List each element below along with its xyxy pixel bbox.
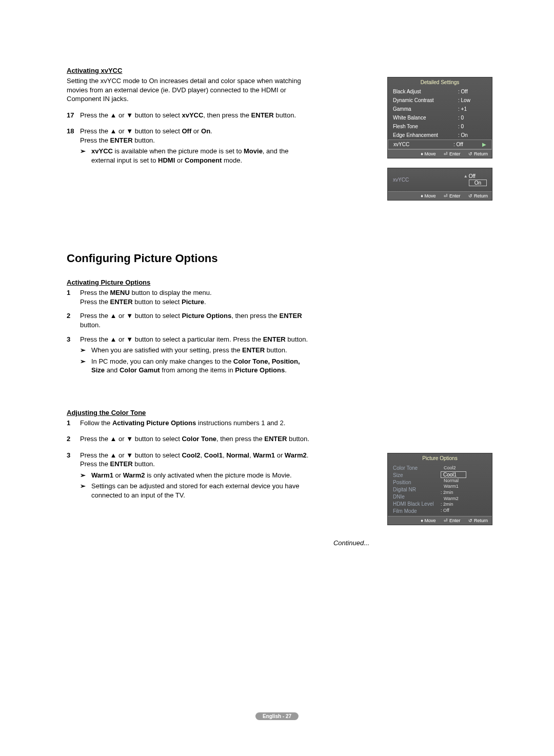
txt: button to display the menu. — [130, 289, 212, 296]
step-text: Press the ▲ or ▼ button to select Off or… — [80, 127, 313, 165]
intro-paragraph: Setting the xvYCC mode to On increases d… — [67, 76, 313, 104]
bold: MENU — [110, 289, 130, 296]
osd-value: : 0 — [458, 115, 487, 121]
txt: Follow the — [80, 419, 112, 427]
osd-value: : On — [458, 132, 487, 138]
note-row: ➢ In PC mode, you can only make changes … — [80, 357, 313, 375]
step-text: Press the ▲ or ▼ button to select Color … — [80, 434, 313, 444]
txt: or — [191, 127, 201, 135]
bold: Cool1 — [204, 451, 223, 459]
section-title: Adjusting the Color Tone — [67, 409, 146, 416]
bold: Component — [185, 156, 222, 164]
osd-column: Detailed Settings Black Adjust: Off Dyna… — [387, 77, 492, 201]
step-text: Press the ▲ or ▼ button to select Cool2,… — [80, 451, 313, 500]
osd-row: Gamma: +1 — [388, 105, 492, 113]
txt: from among the items in — [160, 366, 235, 374]
chevron-icon: ➢ — [80, 471, 91, 480]
txt: . — [307, 451, 309, 459]
section-activating-xvycc: Activating xvYCC Setting the xvYCC mode … — [67, 67, 313, 165]
txt: is available when the picture mode is se… — [113, 147, 244, 155]
note-text: In PC mode, you can only make changes to… — [91, 357, 313, 375]
osd-row: White Balance: 0 — [388, 113, 492, 122]
txt: Move — [424, 151, 436, 156]
osd-value: : Off — [453, 142, 482, 147]
txt: Enter — [449, 151, 461, 156]
note-text: Settings can be adjusted and stored for … — [91, 482, 313, 500]
osd-label: Dynamic Contrast — [393, 97, 458, 103]
txt: button. — [133, 460, 155, 468]
txt: button. — [265, 346, 287, 354]
txt: Press the ▲ or ▼ button to select — [80, 435, 182, 443]
step-2: 2 Press the ▲ or ▼ button to select Colo… — [67, 434, 313, 444]
heading-configuring-picture-options: Configuring Picture Options — [67, 252, 313, 265]
bold: Picture Options — [235, 366, 285, 374]
osd-body: xvYCC ▲Off ▼On — [388, 168, 492, 191]
bold: Activating Picture Options — [112, 419, 196, 427]
osd-label: DNIe — [393, 494, 441, 500]
osd-label: HDMI Black Level — [393, 501, 441, 507]
txt: button. — [274, 111, 296, 119]
note-text: When you are satisfied with your setting… — [91, 346, 313, 355]
note-text: Warm1 or Warm2 is only activated when th… — [91, 471, 313, 480]
txt: Press the ▲ or ▼ button to select — [80, 312, 182, 320]
step-text: Press the MENU button to display the men… — [80, 288, 313, 306]
note-row: ➢ Settings can be adjusted and stored fo… — [80, 482, 313, 500]
bold: ENTER — [251, 111, 274, 119]
txt: , then press the — [216, 435, 264, 443]
bold: ENTER — [110, 298, 133, 306]
bold: On — [201, 127, 210, 135]
txt: . — [204, 298, 206, 306]
bold: ENTER — [264, 435, 287, 443]
bold: Picture — [182, 298, 204, 306]
bold: ENTER — [279, 312, 302, 320]
note-row: ➢ xvYCC is available when the picture mo… — [80, 147, 313, 165]
txt: is only activated when the picture mode … — [145, 471, 292, 479]
hint-return: ↺ Return — [468, 151, 488, 156]
txt: Return — [474, 193, 488, 198]
bold: ENTER — [110, 460, 133, 468]
txt: button. — [287, 435, 309, 443]
osd-label: Color Tone — [393, 465, 441, 471]
hint-enter: ⏎ Enter — [444, 151, 460, 156]
txt: mode. — [222, 156, 242, 164]
option-off: Off — [469, 173, 476, 179]
note-row: ➢ Warm1 or Warm2 is only activated when … — [80, 471, 313, 480]
txt: button. — [133, 136, 155, 144]
osd-value: : Off — [458, 89, 487, 94]
osd-label: Size — [393, 472, 441, 478]
note-text: xvYCC is available when the picture mode… — [91, 147, 313, 165]
txt: , then press the — [203, 111, 251, 119]
txt: Press the ▲ or ▼ button to select a part… — [80, 335, 263, 343]
txt: . — [285, 366, 287, 374]
option-list: ▲Off ▼On — [464, 173, 487, 186]
page-number-pill: English - 27 — [255, 712, 299, 720]
option-normal: Normal — [441, 478, 459, 484]
bold: Warm1 — [91, 471, 113, 479]
txt: and — [105, 366, 120, 374]
txt: Move — [424, 518, 436, 523]
hint-return: ↺ Return — [468, 193, 488, 198]
txt: , then press the — [231, 312, 279, 320]
value-2min: : 2min — [441, 490, 453, 496]
txt: button. — [286, 335, 308, 343]
chevron-icon: ➢ — [80, 482, 91, 500]
continued-label: Continued... — [67, 539, 369, 547]
bold: HDMI — [158, 156, 175, 164]
txt: Press the — [80, 298, 110, 306]
bold: Off — [182, 127, 191, 135]
bold: xvYCC — [182, 111, 203, 119]
step-number: 18 — [67, 127, 80, 165]
txt: or — [175, 156, 185, 164]
play-icon: ▶ — [482, 142, 486, 147]
up-triangle-icon: ▲ — [464, 174, 468, 178]
hint-move: ♦ Move — [421, 151, 436, 156]
step-number: 2 — [67, 434, 80, 444]
osd-label: Digital NR — [393, 487, 441, 492]
txt: Press the — [80, 136, 110, 144]
hint-move: ♦ Move — [421, 518, 436, 523]
option-warm1: Warm1 — [441, 484, 459, 490]
osd-label: xvYCC — [393, 142, 453, 147]
value-2min: : 2min — [441, 502, 453, 508]
osd-footer: ♦ Move ⏎ Enter ↺ Return — [388, 149, 492, 158]
txt: Press the ▲ or ▼ button to select — [80, 111, 182, 119]
